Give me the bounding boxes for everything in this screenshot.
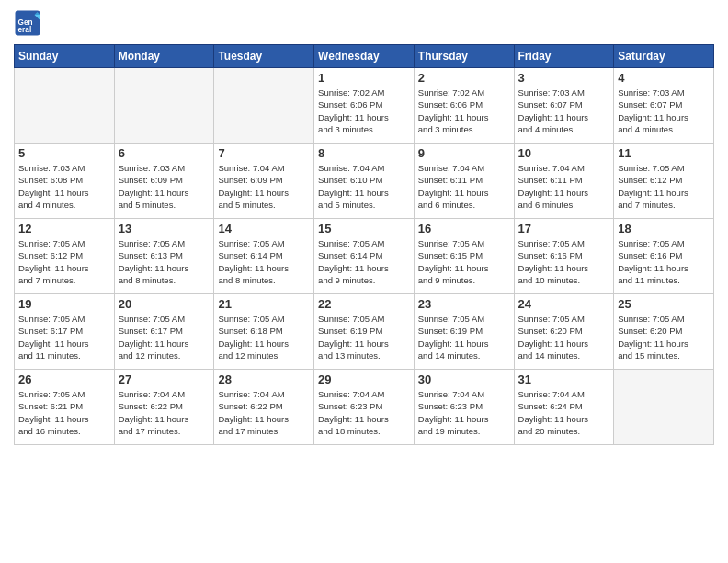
weekday-sunday: Sunday <box>15 45 115 68</box>
calendar-cell <box>614 370 714 445</box>
logo-icon: Gen eral <box>14 9 41 37</box>
page: Gen eral SundayMondayTuesdayWednesdayThu… <box>0 0 728 563</box>
calendar-cell: 4Sunrise: 7:03 AM Sunset: 6:07 PM Daylig… <box>614 68 714 144</box>
calendar-cell: 31Sunrise: 7:04 AM Sunset: 6:24 PM Dayli… <box>514 370 614 445</box>
day-info: Sunrise: 7:04 AM Sunset: 6:10 PM Dayligh… <box>318 162 410 211</box>
day-number: 7 <box>218 146 310 160</box>
calendar-cell: 21Sunrise: 7:05 AM Sunset: 6:18 PM Dayli… <box>214 294 314 370</box>
calendar-cell: 18Sunrise: 7:05 AM Sunset: 6:16 PM Dayli… <box>614 219 714 294</box>
day-number: 11 <box>618 146 710 160</box>
day-info: Sunrise: 7:05 AM Sunset: 6:21 PM Dayligh… <box>18 388 110 437</box>
calendar-cell: 17Sunrise: 7:05 AM Sunset: 6:16 PM Dayli… <box>514 219 614 294</box>
day-number: 9 <box>418 146 510 160</box>
week-row-1: 5Sunrise: 7:03 AM Sunset: 6:08 PM Daylig… <box>15 144 714 219</box>
day-number: 16 <box>418 222 510 236</box>
calendar-cell: 20Sunrise: 7:05 AM Sunset: 6:17 PM Dayli… <box>114 294 214 370</box>
day-number: 27 <box>119 373 210 386</box>
week-row-2: 12Sunrise: 7:05 AM Sunset: 6:12 PM Dayli… <box>15 219 714 294</box>
calendar-cell <box>214 68 314 144</box>
day-info: Sunrise: 7:05 AM Sunset: 6:17 PM Dayligh… <box>18 313 110 362</box>
day-number: 31 <box>518 373 610 386</box>
day-number: 30 <box>418 373 510 386</box>
day-info: Sunrise: 7:05 AM Sunset: 6:16 PM Dayligh… <box>618 237 710 286</box>
calendar-cell: 19Sunrise: 7:05 AM Sunset: 6:17 PM Dayli… <box>15 294 115 370</box>
svg-text:eral: eral <box>18 26 32 34</box>
calendar-cell: 22Sunrise: 7:05 AM Sunset: 6:19 PM Dayli… <box>314 294 415 370</box>
day-info: Sunrise: 7:02 AM Sunset: 6:06 PM Dayligh… <box>418 86 510 135</box>
day-number: 10 <box>518 146 610 160</box>
day-info: Sunrise: 7:04 AM Sunset: 6:23 PM Dayligh… <box>418 388 510 437</box>
day-number: 29 <box>318 373 410 386</box>
day-number: 18 <box>618 222 710 236</box>
calendar-cell: 24Sunrise: 7:05 AM Sunset: 6:20 PM Dayli… <box>514 294 614 370</box>
day-number: 3 <box>518 71 610 85</box>
day-info: Sunrise: 7:05 AM Sunset: 6:12 PM Dayligh… <box>18 237 110 286</box>
day-info: Sunrise: 7:05 AM Sunset: 6:19 PM Dayligh… <box>318 313 410 362</box>
day-info: Sunrise: 7:03 AM Sunset: 6:08 PM Dayligh… <box>18 162 110 211</box>
day-info: Sunrise: 7:05 AM Sunset: 6:20 PM Dayligh… <box>518 313 610 362</box>
calendar-cell: 9Sunrise: 7:04 AM Sunset: 6:11 PM Daylig… <box>414 144 514 219</box>
day-info: Sunrise: 7:05 AM Sunset: 6:18 PM Dayligh… <box>218 313 310 362</box>
calendar-cell: 6Sunrise: 7:03 AM Sunset: 6:09 PM Daylig… <box>114 144 214 219</box>
day-info: Sunrise: 7:04 AM Sunset: 6:22 PM Dayligh… <box>218 388 310 437</box>
calendar-cell: 12Sunrise: 7:05 AM Sunset: 6:12 PM Dayli… <box>15 219 115 294</box>
day-info: Sunrise: 7:04 AM Sunset: 6:24 PM Dayligh… <box>518 388 610 437</box>
calendar-cell: 14Sunrise: 7:05 AM Sunset: 6:14 PM Dayli… <box>214 219 314 294</box>
day-info: Sunrise: 7:04 AM Sunset: 6:09 PM Dayligh… <box>218 162 310 211</box>
calendar-cell: 16Sunrise: 7:05 AM Sunset: 6:15 PM Dayli… <box>414 219 514 294</box>
calendar-cell: 3Sunrise: 7:03 AM Sunset: 6:07 PM Daylig… <box>514 68 614 144</box>
calendar-cell: 26Sunrise: 7:05 AM Sunset: 6:21 PM Dayli… <box>15 370 115 445</box>
day-info: Sunrise: 7:05 AM Sunset: 6:20 PM Dayligh… <box>618 313 710 362</box>
day-number: 22 <box>318 297 410 311</box>
calendar-cell <box>114 68 214 144</box>
calendar-cell: 11Sunrise: 7:05 AM Sunset: 6:12 PM Dayli… <box>614 144 714 219</box>
day-number: 24 <box>518 297 610 311</box>
day-info: Sunrise: 7:03 AM Sunset: 6:09 PM Dayligh… <box>119 162 210 211</box>
day-number: 21 <box>218 297 310 311</box>
day-info: Sunrise: 7:04 AM Sunset: 6:11 PM Dayligh… <box>418 162 510 211</box>
day-info: Sunrise: 7:03 AM Sunset: 6:07 PM Dayligh… <box>618 86 710 135</box>
day-number: 6 <box>119 146 210 160</box>
calendar-cell: 5Sunrise: 7:03 AM Sunset: 6:08 PM Daylig… <box>15 144 115 219</box>
day-number: 4 <box>618 71 710 85</box>
weekday-thursday: Thursday <box>414 45 514 68</box>
day-info: Sunrise: 7:05 AM Sunset: 6:12 PM Dayligh… <box>618 162 710 211</box>
day-info: Sunrise: 7:05 AM Sunset: 6:14 PM Dayligh… <box>218 237 310 286</box>
weekday-header-row: SundayMondayTuesdayWednesdayThursdayFrid… <box>15 45 714 68</box>
day-number: 1 <box>318 71 410 85</box>
week-row-0: 1Sunrise: 7:02 AM Sunset: 6:06 PM Daylig… <box>15 68 714 144</box>
calendar-cell: 23Sunrise: 7:05 AM Sunset: 6:19 PM Dayli… <box>414 294 514 370</box>
calendar-cell: 1Sunrise: 7:02 AM Sunset: 6:06 PM Daylig… <box>314 68 415 144</box>
calendar-cell: 27Sunrise: 7:04 AM Sunset: 6:22 PM Dayli… <box>114 370 214 445</box>
header: Gen eral <box>14 9 714 37</box>
day-info: Sunrise: 7:04 AM Sunset: 6:23 PM Dayligh… <box>318 388 410 437</box>
weekday-monday: Monday <box>114 45 214 68</box>
calendar-cell: 30Sunrise: 7:04 AM Sunset: 6:23 PM Dayli… <box>414 370 514 445</box>
calendar-table: SundayMondayTuesdayWednesdayThursdayFrid… <box>14 44 714 445</box>
weekday-wednesday: Wednesday <box>314 45 415 68</box>
day-info: Sunrise: 7:05 AM Sunset: 6:16 PM Dayligh… <box>518 237 610 286</box>
day-number: 8 <box>318 146 410 160</box>
calendar-cell: 8Sunrise: 7:04 AM Sunset: 6:10 PM Daylig… <box>314 144 415 219</box>
weekday-saturday: Saturday <box>614 45 714 68</box>
day-number: 12 <box>18 222 110 236</box>
weekday-tuesday: Tuesday <box>214 45 314 68</box>
day-info: Sunrise: 7:05 AM Sunset: 6:17 PM Dayligh… <box>119 313 210 362</box>
day-number: 25 <box>618 297 710 311</box>
calendar-cell: 15Sunrise: 7:05 AM Sunset: 6:14 PM Dayli… <box>314 219 415 294</box>
calendar-cell: 13Sunrise: 7:05 AM Sunset: 6:13 PM Dayli… <box>114 219 214 294</box>
day-info: Sunrise: 7:04 AM Sunset: 6:22 PM Dayligh… <box>119 388 210 437</box>
weekday-friday: Friday <box>514 45 614 68</box>
day-info: Sunrise: 7:05 AM Sunset: 6:14 PM Dayligh… <box>318 237 410 286</box>
day-number: 28 <box>218 373 310 386</box>
day-info: Sunrise: 7:04 AM Sunset: 6:11 PM Dayligh… <box>518 162 610 211</box>
day-info: Sunrise: 7:05 AM Sunset: 6:15 PM Dayligh… <box>418 237 510 286</box>
day-info: Sunrise: 7:02 AM Sunset: 6:06 PM Dayligh… <box>318 86 410 135</box>
day-number: 20 <box>119 297 210 311</box>
day-number: 23 <box>418 297 510 311</box>
calendar-cell: 10Sunrise: 7:04 AM Sunset: 6:11 PM Dayli… <box>514 144 614 219</box>
calendar-cell: 7Sunrise: 7:04 AM Sunset: 6:09 PM Daylig… <box>214 144 314 219</box>
day-info: Sunrise: 7:03 AM Sunset: 6:07 PM Dayligh… <box>518 86 610 135</box>
day-number: 15 <box>318 222 410 236</box>
day-number: 17 <box>518 222 610 236</box>
